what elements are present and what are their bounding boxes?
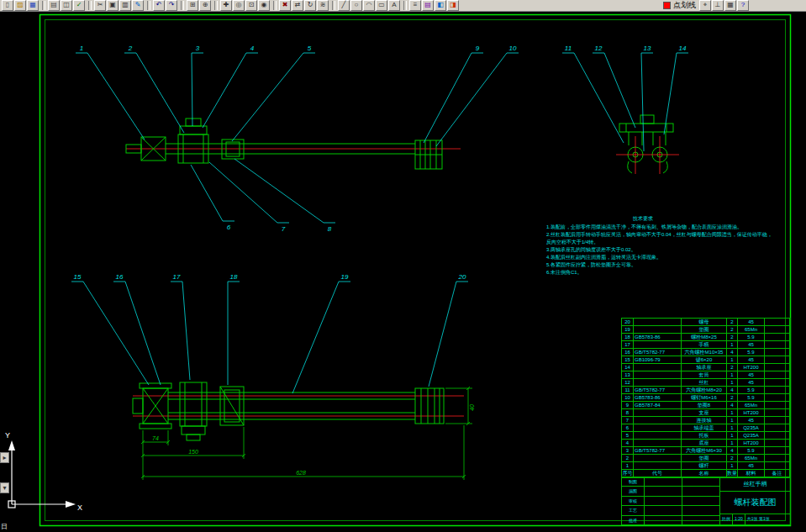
bom-cell-code (634, 341, 682, 349)
print[interactable]: ▤ (48, 0, 60, 11)
bom-cell-no: 1 (622, 462, 634, 470)
toolbar-separator (181, 1, 184, 10)
note-line: 3.两轴承座孔的同轴度误差不大于0.02。 (546, 246, 772, 254)
bom-cell-rem (765, 326, 790, 334)
bom-cell-name: 丝杠 (682, 379, 727, 387)
save-file-icon: ▦ (28, 1, 38, 9)
ortho-icon: ⊥ (713, 1, 723, 9)
format-painter[interactable]: ✎ (132, 0, 144, 11)
bom-cell-qty: 1 (727, 462, 738, 470)
sign-row: 审核 (622, 497, 719, 506)
object-snap[interactable]: ⌖ (699, 0, 711, 11)
zoom-previous[interactable]: ◉ (258, 0, 270, 11)
circle[interactable]: ○ (350, 0, 362, 11)
sign-blank (645, 506, 682, 514)
ucs-icon[interactable]: Y X (5, 431, 82, 512)
floating-toolbar-icon-1[interactable]: ▸ (0, 452, 9, 463)
ucs-x-label: X (77, 503, 82, 512)
balloon-label: 8 (328, 225, 332, 233)
bom-cell-no: 6 (622, 424, 634, 432)
leader-line (191, 165, 223, 221)
arc[interactable]: ◠ (363, 0, 375, 11)
layers[interactable]: ≡ (409, 0, 421, 11)
text[interactable]: A (388, 0, 400, 11)
zoom-realtime[interactable]: ◎ (233, 0, 245, 11)
spell-check[interactable]: ✓ (73, 0, 85, 11)
open-file[interactable]: ▨ (14, 0, 26, 11)
bom-cell-mat: Q235A (738, 424, 765, 432)
bom-cell-qty: 2 (727, 326, 738, 334)
bom-cell-mat: 45 (738, 341, 765, 349)
dimension-lines (141, 387, 472, 480)
bom-cell-rem (765, 424, 790, 432)
insert-hyperlink[interactable]: ⊕ (199, 0, 211, 11)
grid[interactable]: ▦ (724, 0, 736, 11)
bom-cell-qty: 1 (727, 409, 738, 417)
pan[interactable]: ✚ (220, 0, 232, 11)
paste[interactable]: ▥ (119, 0, 131, 11)
redo[interactable]: ↷ (166, 0, 177, 11)
design-center-icon: ◨ (448, 1, 458, 9)
rotate[interactable]: ↻ (304, 0, 316, 11)
sign-blank (645, 477, 682, 486)
bom-cell-mat: 45 (738, 417, 765, 424)
undo[interactable]: ↶ (153, 0, 165, 11)
dim-text-3: 628 (296, 470, 306, 476)
bom-cell-no: 12 (622, 379, 634, 387)
print-preview[interactable]: ◫ (61, 0, 72, 11)
help[interactable]: ? (737, 0, 749, 11)
rectangle[interactable]: ▭ (376, 0, 387, 11)
pan-icon: ✚ (221, 1, 231, 9)
layer-control[interactable]: ▤ (422, 0, 434, 11)
toolbar-separator (332, 1, 335, 10)
insert-block[interactable]: ⊞ (187, 0, 198, 11)
bom-cell-mat: HT200 (738, 409, 765, 417)
line[interactable]: ╱ (338, 0, 350, 11)
sign-row: 描图 (622, 487, 719, 496)
bom-cell-mat: 45 (738, 319, 765, 326)
balloon-label: 15 (74, 273, 82, 281)
bom-cell-rem (765, 440, 790, 447)
sign-blank (645, 497, 682, 505)
bom-cell-name: 连接轴 (682, 417, 727, 424)
floating-toolbar-icon-2[interactable]: ▾ (0, 482, 9, 493)
new-file[interactable]: ▯ (2, 0, 13, 11)
balloon-label: 9 (476, 45, 480, 52)
leader-line (232, 53, 303, 141)
line-icon: ╱ (339, 1, 349, 9)
balloon-label: 14 (679, 45, 687, 52)
ortho[interactable]: ⊥ (712, 0, 724, 11)
zoom-window[interactable]: ⊡ (245, 0, 257, 11)
copy[interactable]: ▣ (107, 0, 119, 11)
properties[interactable]: ◧ (435, 0, 446, 11)
bom-cell-name: 轴承座 (682, 364, 727, 371)
bom-cell-qty: 1 (727, 341, 738, 349)
erase-icon: ✖ (280, 1, 290, 9)
dim-text-4: 40 (469, 404, 475, 411)
bom-cell-qty: 2 (727, 455, 738, 462)
bom-cell-name: 六角螺栓M6×30 (682, 447, 727, 455)
bom-cell-no: 2 (622, 455, 634, 462)
design-center[interactable]: ◨ (447, 0, 459, 11)
bom-cell-name: 螺母 (682, 319, 727, 326)
bom-cell-code (634, 371, 682, 379)
bom-cell-code: GB5787-84 (634, 402, 682, 409)
bom-cell-no: 14 (622, 364, 634, 371)
offset[interactable]: ≋ (317, 0, 329, 11)
balloon-label: 6 (227, 224, 231, 231)
bom-cell-code (634, 409, 682, 417)
ucs-x-arrow (66, 501, 76, 508)
save-file[interactable]: ▦ (27, 0, 39, 11)
bom-cell-rem (765, 447, 790, 455)
cut[interactable]: ✂ (94, 0, 106, 11)
format-painter-icon: ✎ (133, 1, 143, 9)
linetype-indicator[interactable]: 点划线 (660, 0, 699, 11)
circle-icon: ○ (351, 1, 361, 9)
bom-cell-rem (765, 349, 790, 356)
bom-cell-rem (765, 371, 790, 379)
move[interactable]: ⇄ (292, 0, 303, 11)
toolbar: ▯▨▦▤◫✓✂▣▥✎↶↷⊞⊕✚◎⊡◉✖⇄↻≋╱○◠▭A≡▤◧◨ 点划线 ⌖⊥▦? (0, 0, 806, 12)
bom-cell-rem (765, 409, 790, 417)
erase[interactable]: ✖ (279, 0, 291, 11)
layers-icon: ≡ (410, 1, 420, 9)
